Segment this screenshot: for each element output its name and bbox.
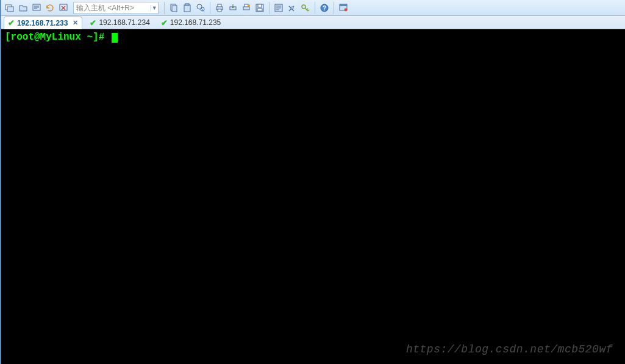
svg-rect-5 (172, 5, 177, 12)
connect-icon[interactable] (30, 2, 43, 14)
save-icon[interactable] (254, 2, 266, 14)
svg-rect-14 (243, 7, 249, 10)
session-tab-bar: ✔ 192.168.71.233 ✕ ✔ 192.168.71.234 ✔ 19… (1, 16, 625, 29)
host-dropdown-icon[interactable]: ▼ (150, 5, 158, 11)
connected-check-icon: ✔ (90, 19, 96, 27)
terminal-area[interactable]: [root@MyLinux ~]# https://blog.csdn.net/… (1, 29, 625, 364)
toolbar-separator (164, 2, 165, 14)
disconnect-icon[interactable] (57, 2, 70, 14)
host-combobox[interactable]: ▼ (73, 2, 159, 14)
properties-icon[interactable] (273, 2, 285, 14)
svg-point-16 (248, 4, 250, 7)
settings-icon[interactable] (286, 2, 298, 14)
svg-rect-11 (218, 4, 221, 7)
copy-icon[interactable] (168, 2, 180, 14)
toolbar-separator (269, 2, 270, 14)
log-icon[interactable] (240, 2, 252, 14)
shell-prompt: [root@MyLinux ~]# (5, 32, 104, 43)
session-tab[interactable]: ✔ 192.168.71.234 (86, 16, 153, 29)
svg-rect-3 (60, 4, 67, 10)
session-tab[interactable]: ✔ 192.168.71.233 ✕ (4, 16, 82, 29)
cursor-block-icon (112, 33, 118, 43)
print-icon[interactable] (213, 2, 226, 14)
help-icon[interactable]: ? (318, 2, 330, 14)
close-tab-icon[interactable]: ✕ (73, 19, 78, 27)
svg-rect-1 (7, 7, 13, 12)
terminal-output: [root@MyLinux ~]# (1, 29, 625, 46)
toolbar-separator (210, 2, 210, 14)
svg-rect-19 (257, 9, 262, 11)
session-icon[interactable] (4, 2, 16, 14)
svg-rect-18 (258, 4, 262, 7)
svg-rect-6 (184, 5, 190, 12)
main-toolbar: ▼ ? (1, 0, 625, 16)
paste-icon[interactable] (181, 2, 193, 14)
svg-rect-26 (340, 4, 347, 6)
svg-rect-12 (218, 9, 221, 12)
connected-check-icon: ✔ (161, 19, 168, 27)
session-tab-label: 192.168.71.234 (99, 18, 149, 27)
session-tab-label: 192.168.71.235 (170, 18, 221, 27)
fullscreen-icon[interactable] (337, 2, 349, 14)
open-icon[interactable] (17, 2, 29, 14)
key-icon[interactable] (299, 2, 312, 14)
svg-point-21 (291, 7, 293, 9)
reconnect-icon[interactable] (44, 2, 56, 14)
toolbar-separator (334, 2, 334, 14)
transfer-icon[interactable] (227, 2, 239, 14)
toolbar-separator (315, 2, 315, 14)
host-input[interactable] (74, 2, 150, 13)
connected-check-icon: ✔ (8, 19, 15, 27)
svg-rect-7 (185, 4, 189, 5)
svg-point-27 (345, 8, 348, 11)
session-tab[interactable]: ✔ 192.168.71.235 (157, 16, 224, 29)
session-tab-label: 192.168.71.233 (17, 19, 68, 27)
svg-point-9 (201, 7, 204, 11)
watermark-text: https://blog.csdn.net/mcb520wf (406, 343, 613, 355)
find-icon[interactable] (195, 2, 207, 14)
svg-text:?: ? (323, 5, 326, 12)
